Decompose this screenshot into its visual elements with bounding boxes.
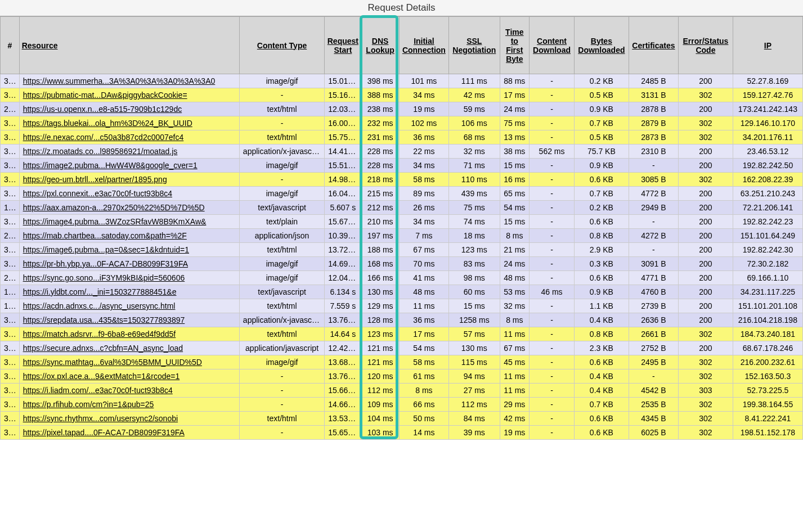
cell-resource-link[interactable]: https://sync.mathtag...6val%3D%5BMM_UUID… xyxy=(19,355,239,369)
cell-resource-link[interactable]: https://pixel.tapad....0F-ACA7-DB8099F31… xyxy=(19,426,239,440)
col-header-contentdl[interactable]: Content Download xyxy=(530,17,575,74)
cell-time-to-first-byte: 11 ms xyxy=(500,327,530,341)
cell-resource-link[interactable]: https://i.yldbt.com/..._ini=150327788845… xyxy=(19,285,239,299)
cell-resource-link[interactable]: https://srepdata.usa...435&ts=1503277893… xyxy=(19,313,239,327)
cell-certificates: 4345 B xyxy=(629,412,678,426)
cell-status-code: 200 xyxy=(679,257,733,271)
cell-num: 333 xyxy=(1,327,20,341)
cell-certificates: 3091 B xyxy=(629,257,678,271)
cell-dns-lookup: 130 ms xyxy=(361,285,399,299)
cell-dns-lookup: 109 ms xyxy=(361,398,399,412)
cell-content-download: - xyxy=(530,412,575,426)
cell-dns-lookup: 228 ms xyxy=(361,145,399,159)
cell-dns-lookup: 188 ms xyxy=(361,243,399,257)
cell-resource-link[interactable]: https://sync.go.sono...iF3YM9kBI&pid=560… xyxy=(19,271,239,285)
cell-ssl-negotiation: 84 ms xyxy=(449,412,500,426)
col-header-status[interactable]: Error/Status Code xyxy=(679,17,733,74)
table-row: 319https://sync.mathtag...6val%3D%5BMM_U… xyxy=(1,355,803,369)
cell-bytes-downloaded: 2.3 KB xyxy=(575,341,629,355)
cell-request-start: 12.041 s xyxy=(325,271,361,285)
cell-resource-link[interactable]: https://ox.pxl.ace.a...9&extMatch=1&rcod… xyxy=(19,369,239,384)
col-header-certs[interactable]: Certificates xyxy=(629,17,678,74)
col-header-bytes[interactable]: Bytes Downloaded xyxy=(575,17,629,74)
cell-request-start: 12.424 s xyxy=(325,341,361,355)
table-row: 392https://tags.bluekai...ola_hm%3D%24_B… xyxy=(1,116,803,130)
cell-request-start: 16.004 s xyxy=(325,116,361,130)
cell-content-type: text/html xyxy=(239,130,324,145)
cell-status-code: 302 xyxy=(679,327,733,341)
cell-resource-link[interactable]: https://geo-um.btrll...xel/partner/1895.… xyxy=(19,173,239,187)
cell-status-code: 302 xyxy=(679,130,733,145)
cell-dns-lookup: 166 ms xyxy=(361,271,399,285)
cell-status-code: 200 xyxy=(679,201,733,215)
cell-resource-link[interactable]: https://tags.bluekai...ola_hm%3D%24_BK_U… xyxy=(19,116,239,130)
cell-dns-lookup: 112 ms xyxy=(361,384,399,398)
cell-certificates: 3085 B xyxy=(629,173,678,187)
col-header-resource[interactable]: Resource xyxy=(19,17,239,74)
cell-request-start: 13.687 s xyxy=(325,355,361,369)
cell-request-start: 14.667 s xyxy=(325,398,361,412)
cell-resource-link[interactable]: https://aax.amazon-a...2970x250%22%5D%7D… xyxy=(19,201,239,215)
cell-resource-link[interactable]: https://p.rfihub.com/cm?in=1&pub=25 xyxy=(19,398,239,412)
table-row: 316https://sync.rhythmx...com/usersync2/… xyxy=(1,412,803,426)
table-row: 267https://mab.chartbea...satoday.com&pa… xyxy=(1,229,803,243)
cell-resource-link[interactable]: https://pubmatic-mat...DAw&piggybackCook… xyxy=(19,88,239,102)
cell-ssl-negotiation: 115 ms xyxy=(449,355,500,369)
cell-resource-link[interactable]: https://www.summerha...3A%3A0%3A%3A0%3A%… xyxy=(19,74,239,88)
cell-resource-link[interactable]: https://image6.pubma...pa=0&sec=1&kdntui… xyxy=(19,243,239,257)
cell-certificates: 4771 B xyxy=(629,271,678,285)
cell-resource-link[interactable]: https://i.liadm.com/...e3ac70c0f-tuct93b… xyxy=(19,384,239,398)
cell-time-to-first-byte: 42 ms xyxy=(500,412,530,426)
col-header-ip[interactable]: IP xyxy=(733,17,802,74)
cell-initial-connection: 11 ms xyxy=(399,299,448,313)
table-row: 381https://image4.pubma...3WZozSRfavW8B9… xyxy=(1,215,803,229)
cell-resource-link[interactable]: https://pxl.connexit...e3ac70c0f-tuct93b… xyxy=(19,187,239,201)
cell-dns-lookup: 120 ms xyxy=(361,369,399,384)
cell-certificates: - xyxy=(629,159,678,173)
cell-content-download: - xyxy=(530,229,575,243)
cell-resource-link[interactable]: https://pr-bh.ybp.ya...0F-ACA7-DB8099F31… xyxy=(19,257,239,271)
cell-ssl-negotiation: 74 ms xyxy=(449,215,500,229)
cell-time-to-first-byte: 65 ms xyxy=(500,187,530,201)
cell-dns-lookup: 121 ms xyxy=(361,355,399,369)
cell-status-code: 302 xyxy=(679,173,733,187)
cell-certificates: 2879 B xyxy=(629,116,678,130)
cell-resource-link[interactable]: https://e.nexac.com/...c50a3b87cd2c0007e… xyxy=(19,130,239,145)
cell-content-type: - xyxy=(239,369,324,384)
cell-ip: 192.82.242.50 xyxy=(733,159,802,173)
col-header-dns[interactable]: DNS Lookup xyxy=(361,17,399,74)
cell-content-type: - xyxy=(239,88,324,102)
cell-request-start: 13.537 s xyxy=(325,412,361,426)
cell-resource-link[interactable]: https://sync.rhythmx...com/usersync2/son… xyxy=(19,412,239,426)
table-header-row: # Resource Content Type Request Start DN… xyxy=(1,17,803,74)
cell-resource-link[interactable]: https://mab.chartbea...satoday.com&path=… xyxy=(19,229,239,243)
col-header-reqstart[interactable]: Request Start xyxy=(325,17,361,74)
cell-resource-link[interactable]: https://z.moatads.co...l989586921/moatad… xyxy=(19,145,239,159)
cell-bytes-downloaded: 0.4 KB xyxy=(575,384,629,398)
cell-resource-link[interactable]: https://image4.pubma...3WZozSRfavW8B9KmX… xyxy=(19,215,239,229)
cell-content-download: - xyxy=(530,355,575,369)
col-header-num[interactable]: # xyxy=(1,17,20,74)
cell-certificates: 2661 B xyxy=(629,327,678,341)
col-header-ssl[interactable]: SSL Negotiation xyxy=(449,17,500,74)
cell-time-to-first-byte: 15 ms xyxy=(500,159,530,173)
table-row: 358https://pubmatic-mat...DAw&piggybackC… xyxy=(1,88,803,102)
cell-status-code: 200 xyxy=(679,159,733,173)
cell-status-code: 200 xyxy=(679,215,733,229)
cell-resource-link[interactable]: https://match.adsrvr...f9-6ba8-e69ed4f9d… xyxy=(19,327,239,341)
cell-resource-link[interactable]: https://acdn.adnxs.c.../async_usersync.h… xyxy=(19,299,239,313)
col-header-ctype[interactable]: Content Type xyxy=(239,17,324,74)
cell-certificates: 2878 B xyxy=(629,102,678,116)
cell-ip: 216.104.218.198 xyxy=(733,313,802,327)
col-header-ttfb[interactable]: Time to First Byte xyxy=(500,17,530,74)
cell-content-download: - xyxy=(530,159,575,173)
col-header-initconn[interactable]: Initial Connection xyxy=(399,17,448,74)
cell-content-download: - xyxy=(530,327,575,341)
table-row: 345https://pr-bh.ybp.ya...0F-ACA7-DB8099… xyxy=(1,257,803,271)
cell-content-download: - xyxy=(530,187,575,201)
cell-num: 267 xyxy=(1,229,20,243)
cell-resource-link[interactable]: https://us-u.openx.n...e8-a515-7909b1c12… xyxy=(19,102,239,116)
cell-resource-link[interactable]: https://image2.pubma...HwW4W8&google_cve… xyxy=(19,159,239,173)
cell-certificates: 4760 B xyxy=(629,285,678,299)
cell-resource-link[interactable]: https://secure.adnxs...c?cbfn=AN_async_l… xyxy=(19,341,239,355)
